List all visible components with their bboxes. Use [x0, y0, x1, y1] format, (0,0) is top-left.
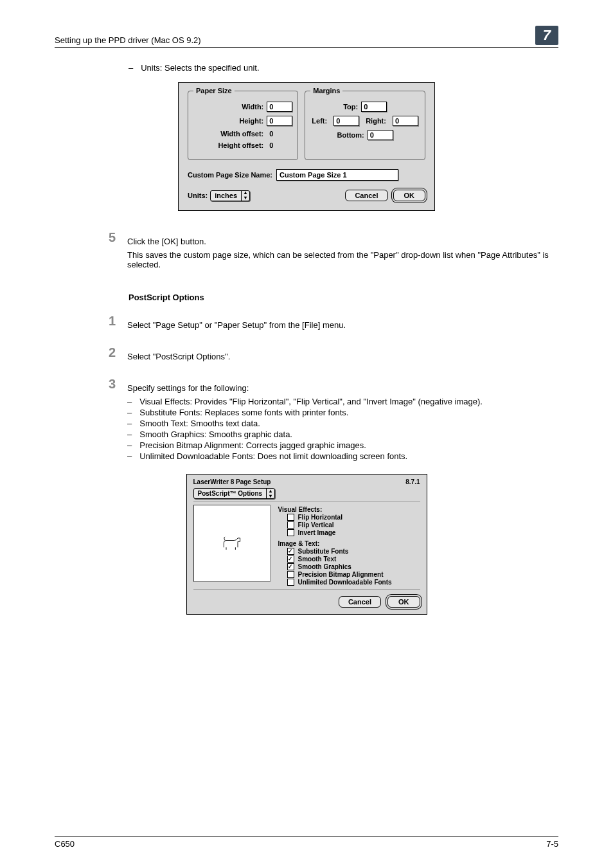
- footer-model: C650: [55, 839, 75, 849]
- substitute-fonts-checkbox[interactable]: ✓: [287, 548, 294, 555]
- invert-image-checkbox[interactable]: [287, 529, 294, 536]
- left-input[interactable]: 0: [333, 116, 359, 126]
- flip-vertical-checkbox[interactable]: [287, 521, 294, 529]
- intro-bullet: – Units: Selects the specified unit.: [129, 63, 558, 73]
- page-name-input[interactable]: Custom Page Size 1: [276, 169, 398, 181]
- width-label: Width:: [193, 103, 263, 111]
- flip-horizontal-label: Flip Horizontal: [298, 514, 342, 521]
- units-value: inches: [211, 192, 241, 199]
- ok-button[interactable]: OK: [387, 596, 420, 608]
- bullet-dash: –: [127, 419, 132, 428]
- smooth-graphics-label: Smooth Graphics: [298, 563, 351, 570]
- intro-bullet-text: Units: Selects the specified unit.: [141, 63, 259, 73]
- top-label: Top:: [343, 103, 358, 111]
- step3-bullet-2: Smooth Text: Smooths text data.: [139, 419, 260, 428]
- step2-text: Select "PostScript Options".: [127, 352, 558, 361]
- d2-version: 8.7.1: [405, 478, 420, 485]
- step-5: 5 Click the [OK] button. This saves the …: [55, 230, 558, 273]
- image-text-label: Image & Text:: [278, 540, 392, 547]
- units-label: Units:: [188, 192, 208, 199]
- invert-image-label: Invert Image: [298, 529, 336, 536]
- top-input[interactable]: 0: [361, 102, 387, 112]
- width-offset-value: 0: [267, 130, 292, 138]
- step-number-5: 5: [55, 230, 116, 273]
- step3-bullet-5: Unlimited Downloadable Fonts: Does not l…: [139, 451, 407, 461]
- margins-legend: Margins: [310, 87, 342, 95]
- bullet-dash: –: [129, 63, 133, 73]
- bottom-label: Bottom:: [337, 131, 364, 139]
- smooth-graphics-checkbox[interactable]: ✓: [287, 563, 294, 570]
- right-label: Right:: [366, 117, 386, 125]
- step-1: 1 Select "Page Setup" or "Paper Setup" f…: [55, 314, 558, 334]
- step3-bullet-4: Precision Bitmap Alignment: Corrects jag…: [139, 440, 366, 450]
- width-offset-label: Width offset:: [193, 130, 263, 138]
- step-2: 2 Select "PostScript Options".: [55, 345, 558, 365]
- step3-bullet-3: Smooth Graphics: Smooths graphic data.: [139, 429, 292, 439]
- step3-lead: Specify settings for the following:: [127, 383, 558, 393]
- flip-horizontal-checkbox[interactable]: [287, 514, 294, 521]
- margins-fieldset: Margins Top: 0 Left: 0 Right: 0 Bottom: …: [305, 91, 425, 160]
- options-list: Visual Effects: Flip Horizontal Flip Ver…: [278, 505, 392, 586]
- height-label: Height:: [193, 117, 263, 125]
- substitute-fonts-label: Substitute Fonts: [298, 548, 349, 555]
- bullet-dash: –: [127, 397, 132, 406]
- paper-size-fieldset: Paper Size Width: 0 Height: 0 Width offs…: [188, 91, 298, 160]
- dropdown-arrows-icon: ▴▾: [241, 190, 249, 201]
- step-number-2: 2: [55, 345, 116, 365]
- dropdown-arrows-icon: ▴▾: [266, 489, 274, 499]
- units-dropdown[interactable]: inches ▴▾: [210, 190, 250, 201]
- d2-title: LaserWriter 8 Page Setup: [193, 478, 271, 485]
- custom-page-size-dialog: Paper Size Width: 0 Height: 0 Width offs…: [178, 82, 435, 211]
- bottom-input[interactable]: 0: [368, 130, 393, 140]
- left-label: Left:: [312, 117, 327, 125]
- cancel-button[interactable]: Cancel: [339, 596, 381, 608]
- precision-bitmap-checkbox[interactable]: [287, 571, 294, 578]
- page-name-label: Custom Page Size Name:: [188, 171, 272, 179]
- width-input[interactable]: 0: [267, 102, 292, 112]
- bullet-dash: –: [127, 451, 132, 461]
- chapter-number: 7: [535, 26, 558, 45]
- step5-line2: This saves the custom page size, which c…: [127, 250, 558, 269]
- preview-box: [193, 505, 271, 582]
- postscript-options-heading: PostScript Options: [129, 293, 558, 302]
- page-title: Setting up the PPD driver (Mac OS 9.2): [55, 35, 201, 45]
- step5-line1: Click the [OK] button.: [127, 237, 558, 246]
- step-number-1: 1: [55, 314, 116, 334]
- smooth-text-checkbox[interactable]: ✓: [287, 556, 294, 563]
- height-offset-value: 0: [267, 141, 292, 149]
- postscript-options-dialog: LaserWriter 8 Page Setup 8.7.1 PostScrip…: [186, 474, 427, 615]
- smooth-text-label: Smooth Text: [298, 556, 337, 563]
- page-header: Setting up the PPD driver (Mac OS 9.2) 7: [55, 26, 558, 48]
- step3-bullet-1: Substitute Fonts: Replaces some fonts wi…: [139, 408, 348, 417]
- paper-size-legend: Paper Size: [193, 87, 235, 95]
- cancel-button[interactable]: Cancel: [345, 190, 387, 201]
- unlimited-fonts-label: Unlimited Downloadable Fonts: [298, 579, 392, 586]
- dialog-separator: [193, 502, 420, 502]
- bullet-dash: –: [127, 408, 132, 417]
- unlimited-fonts-checkbox[interactable]: [287, 579, 294, 586]
- footer-page-number: 7-5: [546, 839, 558, 849]
- flip-vertical-label: Flip Vertical: [298, 521, 334, 529]
- options-dropdown[interactable]: PostScript™ Options ▴▾: [193, 488, 276, 499]
- step-3: 3 Specify settings for the following: –V…: [55, 377, 558, 462]
- bullet-dash: –: [127, 440, 132, 450]
- right-input[interactable]: 0: [393, 116, 418, 126]
- visual-effects-label: Visual Effects:: [278, 506, 392, 513]
- height-input[interactable]: 0: [267, 116, 292, 126]
- page-footer: C650 7-5: [55, 836, 558, 849]
- bullet-dash: –: [127, 429, 132, 439]
- ok-button[interactable]: OK: [393, 190, 426, 201]
- step1-text: Select "Page Setup" or "Paper Setup" fro…: [127, 320, 558, 330]
- step-number-3: 3: [55, 377, 116, 462]
- dog-icon: [220, 534, 244, 553]
- precision-bitmap-label: Precision Bitmap Alignment: [298, 571, 384, 578]
- step3-bullet-0: Visual Effects: Provides "Flip Horizonta…: [139, 397, 483, 406]
- options-dropdown-value: PostScript™ Options: [194, 490, 267, 497]
- height-offset-label: Height offset:: [193, 141, 263, 149]
- dialog-separator: [193, 589, 420, 590]
